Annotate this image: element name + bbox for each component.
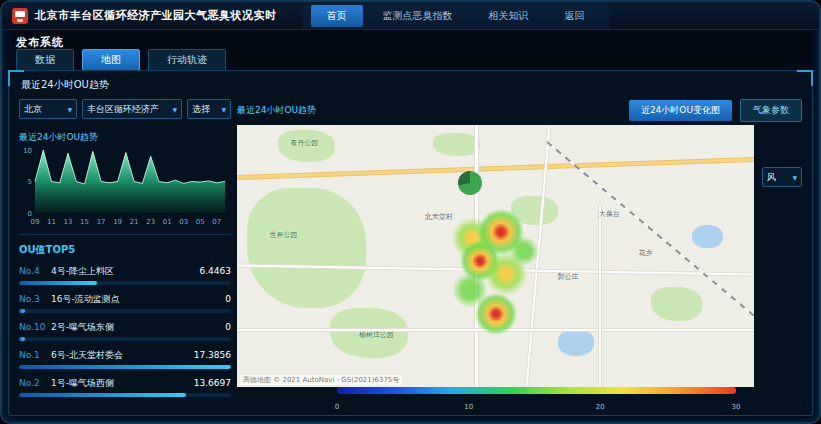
- legend-tick-label: 20: [596, 403, 605, 411]
- map-header: 最近24小时OU趋势 近24小时OU变化图气象参数: [237, 99, 802, 121]
- top5-bar-fill: [19, 281, 97, 285]
- city-select[interactable]: 北京 ▼: [19, 99, 77, 119]
- legend-tick-label: 10: [464, 403, 473, 411]
- top5-bar-fill: [19, 309, 25, 313]
- svg-text:10: 10: [23, 147, 32, 155]
- top5-row-line: No.16号-北天堂村委会17.3856: [19, 349, 231, 362]
- site-select-value: 选择: [192, 103, 218, 116]
- map-water-area: [692, 225, 723, 249]
- top5-bar-track: [19, 365, 231, 369]
- view-tab[interactable]: 行动轨迹: [148, 49, 226, 71]
- pie-marker: [458, 171, 482, 195]
- svg-text:07: 07: [212, 218, 221, 226]
- top5-rank: No.1: [19, 350, 51, 360]
- app-window: 北京市丰台区循环经济产业园大气恶臭状况实时 首页监测点恶臭指数相关知识返回 发布…: [0, 0, 821, 424]
- right-column: 最近24小时OU趋势 近24小时OU变化图气象参数: [237, 99, 802, 407]
- svg-text:21: 21: [130, 218, 139, 226]
- top5-name: 6号-北天堂村委会: [51, 349, 188, 362]
- top5-row-line: No.21号-曝气场西侧13.6697: [19, 377, 231, 390]
- top5-bar-track: [19, 309, 231, 313]
- view-tab[interactable]: 地图: [82, 49, 140, 71]
- top5-row: No.316号-流动监测点0: [19, 293, 231, 313]
- svg-text:09: 09: [31, 218, 40, 226]
- top5-bar-fill: [19, 365, 231, 369]
- legend-gradient-bar: [337, 387, 736, 394]
- map-park-area: [651, 287, 703, 321]
- top5-name: 2号-曝气场东侧: [51, 321, 219, 334]
- svg-text:23: 23: [146, 218, 155, 226]
- svg-text:0: 0: [28, 210, 32, 218]
- top5-rank: No.10: [19, 322, 51, 332]
- left-column: 北京 ▼ 丰台区循环经济产 ▼ 选择 ▼ 最近24小时OU趋势: [19, 99, 231, 407]
- nav-item[interactable]: 首页: [311, 5, 363, 27]
- top5-value: 17.3856: [194, 350, 231, 360]
- svg-text:15: 15: [80, 218, 89, 226]
- filter-row: 北京 ▼ 丰台区循环经济产 ▼ 选择 ▼: [19, 99, 231, 119]
- top5-rank: No.3: [19, 294, 51, 304]
- heatmap-point: [475, 293, 517, 335]
- top-nav: 首页监测点恶臭指数相关知识返回: [303, 2, 609, 29]
- map-place-label: 榆树庄公园: [359, 330, 394, 340]
- top5-value: 6.4463: [200, 266, 232, 276]
- top5-name: 16号-流动监测点: [51, 293, 219, 306]
- heatmap-point: [509, 236, 539, 266]
- header-bar: 北京市丰台区循环经济产业园大气恶臭状况实时 首页监测点恶臭指数相关知识返回: [2, 2, 819, 30]
- view-tabs: 数据地图行动轨迹: [16, 49, 226, 71]
- view-tab[interactable]: 数据: [16, 49, 74, 71]
- top5-bar-fill: [19, 393, 186, 397]
- top5-name: 1号-曝气场西侧: [51, 377, 188, 390]
- chevron-down-icon: ▼: [792, 174, 797, 181]
- top5-bar-track: [19, 393, 231, 397]
- top5-row: No.21号-曝气场西侧13.6697: [19, 377, 231, 397]
- park-select[interactable]: 丰台区循环经济产 ▼: [82, 99, 182, 119]
- svg-text:19: 19: [113, 218, 122, 226]
- map-place-label: 花乡: [638, 248, 652, 258]
- chevron-down-icon: ▼: [172, 106, 177, 113]
- layer-select[interactable]: 风 ▼: [762, 167, 802, 187]
- map-road: [599, 204, 601, 387]
- heat-legend: 0102030: [337, 387, 736, 405]
- map-place-label: 看丹公园: [290, 138, 318, 148]
- nav-item[interactable]: 返回: [549, 5, 601, 27]
- top5-rank: No.2: [19, 378, 51, 388]
- app-title: 北京市丰台区循环经济产业园大气恶臭状况实时: [35, 8, 277, 23]
- top5-value: 0: [225, 322, 231, 332]
- map-place-label: 大葆台: [599, 209, 620, 219]
- svg-text:05: 05: [196, 218, 205, 226]
- panel-title: 最近24小时OU趋势: [21, 78, 109, 92]
- top5-bar-track: [19, 281, 231, 285]
- map-canvas[interactable]: 高德地图 © 2021 AutoNavi - GS(2021)6375号 看丹公…: [237, 125, 754, 387]
- map-water-area: [558, 329, 594, 355]
- legend-tick-label: 30: [732, 403, 741, 411]
- top5-row: No.102号-曝气场东侧0: [19, 321, 231, 341]
- map-attribution: 高德地图 © 2021 AutoNavi - GS(2021)6375号: [240, 375, 402, 385]
- top5-rank: No.4: [19, 266, 51, 276]
- chart-title: 最近24小时OU趋势: [19, 131, 231, 144]
- map-park-area: [433, 133, 480, 157]
- site-select[interactable]: 选择 ▼: [187, 99, 231, 119]
- trend-chart: 0510091113151719212301030507: [19, 146, 227, 226]
- city-select-value: 北京: [24, 103, 64, 116]
- top5-name: 4号-降尘上料区: [51, 265, 194, 278]
- nav-item[interactable]: 相关知识: [473, 5, 545, 27]
- weather-params-button[interactable]: 气象参数: [740, 99, 802, 122]
- map-place-label: 郭公庄: [557, 272, 578, 282]
- top5-row-line: No.44号-降尘上料区6.4463: [19, 265, 231, 278]
- map-buttons: 近24小时OU变化图气象参数: [621, 99, 802, 122]
- app-logo-icon: [12, 8, 28, 24]
- layer-select-value: 风: [767, 171, 789, 184]
- map-title: 最近24小时OU趋势: [237, 104, 621, 117]
- svg-text:5: 5: [28, 178, 32, 186]
- svg-text:03: 03: [179, 218, 188, 226]
- top5-row-line: No.102号-曝气场东侧0: [19, 321, 231, 334]
- publish-system-label: 发布系统: [16, 35, 64, 50]
- park-select-value: 丰台区循环经济产: [87, 103, 169, 116]
- ou-change-chart-button[interactable]: 近24小时OU变化图: [629, 100, 732, 121]
- legend-tick-label: 0: [335, 403, 339, 411]
- map-place-label: 北天堂村: [425, 212, 453, 222]
- svg-text:11: 11: [47, 218, 56, 226]
- chevron-down-icon: ▼: [221, 106, 226, 113]
- svg-text:01: 01: [163, 218, 172, 226]
- map-park-area: [247, 188, 366, 309]
- nav-item[interactable]: 监测点恶臭指数: [367, 5, 469, 27]
